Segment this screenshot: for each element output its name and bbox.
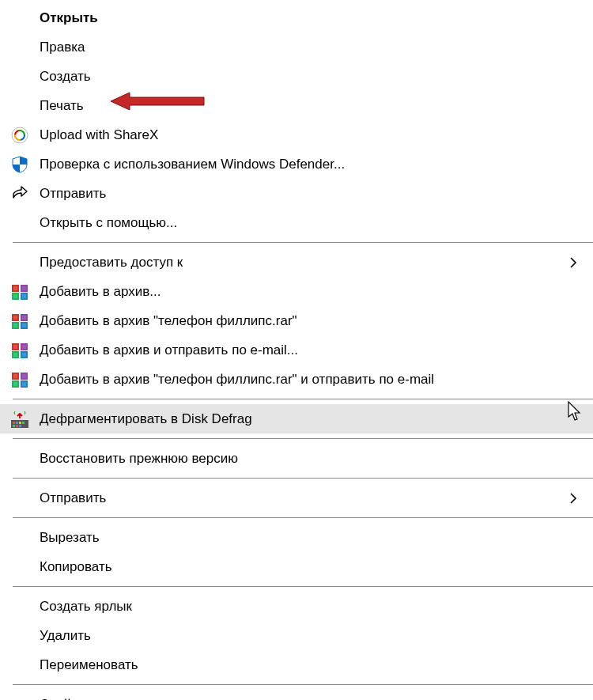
winrar-icon: [11, 312, 28, 330]
svg-rect-30: [22, 374, 26, 378]
svg-rect-6: [22, 286, 26, 290]
menu-item-label: Отправить: [40, 186, 580, 202]
svg-rect-15: [13, 324, 17, 327]
svg-rect-22: [22, 345, 26, 349]
svg-rect-29: [13, 374, 17, 378]
menu-item-share[interactable]: Отправить: [0, 179, 593, 208]
menu-separator: [13, 684, 593, 685]
menu-item-label: Свойства: [40, 697, 580, 701]
svg-rect-37: [22, 422, 25, 424]
menu-item-label: Проверка с использованием Windows Defend…: [40, 157, 580, 172]
menu-separator: [13, 399, 593, 399]
menu-item-label: Восстановить прежнюю версию: [40, 451, 580, 467]
svg-rect-23: [13, 353, 17, 357]
menu-separator: [13, 242, 593, 243]
menu-item-label: Удалить: [40, 628, 580, 644]
svg-rect-13: [13, 316, 17, 320]
menu-item-restore-version[interactable]: Восстановить прежнюю версию: [0, 444, 593, 473]
mouse-cursor-icon: [568, 401, 582, 426]
menu-item-label: Дефрагментировать в Disk Defrag: [40, 411, 580, 427]
menu-item-label: Правка: [40, 40, 580, 55]
menu-item-create[interactable]: Создать: [0, 62, 593, 91]
menu-item-sharex[interactable]: Upload with ShareX: [0, 120, 593, 149]
svg-rect-39: [16, 425, 18, 427]
winrar-icon: [11, 283, 28, 301]
menu-item-label: Открыть: [40, 10, 580, 26]
menu-item-delete[interactable]: Удалить: [0, 621, 593, 650]
menu-separator: [13, 478, 593, 479]
menu-item-grant-access[interactable]: Предоставить доступ к: [0, 248, 593, 277]
context-menu: Открыть Правка Создать Печать Upload wit…: [0, 0, 593, 700]
svg-rect-38: [13, 425, 15, 427]
menu-item-copy[interactable]: Копировать: [0, 552, 593, 581]
sharex-icon: [11, 127, 28, 144]
svg-rect-16: [22, 324, 26, 327]
menu-item-open-with[interactable]: Открыть с помощью...: [0, 208, 593, 237]
menu-separator: [13, 438, 593, 439]
defrag-icon: [11, 411, 28, 428]
menu-item-open[interactable]: Открыть: [0, 3, 593, 32]
menu-item-label: Печать: [40, 98, 580, 114]
svg-rect-8: [22, 294, 26, 298]
menu-item-defrag[interactable]: Дефрагментировать в Disk Defrag: [0, 404, 593, 433]
svg-rect-31: [13, 382, 17, 386]
submenu-arrow-icon: [569, 492, 577, 505]
menu-item-edit[interactable]: Правка: [0, 32, 593, 62]
menu-item-properties[interactable]: Свойства: [0, 690, 593, 700]
menu-item-add-archive-named-email[interactable]: Добавить в архив "телефон филлипс.rar" и…: [0, 365, 593, 394]
winrar-icon: [11, 371, 28, 388]
menu-item-cut[interactable]: Вырезать: [0, 523, 593, 552]
menu-item-shortcut[interactable]: Создать ярлык: [0, 592, 593, 621]
share-icon: [11, 185, 28, 202]
menu-separator: [13, 586, 593, 587]
menu-item-label: Вырезать: [40, 530, 580, 546]
svg-rect-24: [22, 353, 26, 357]
menu-item-defender[interactable]: Проверка с использованием Windows Defend…: [0, 149, 593, 179]
svg-rect-40: [19, 425, 21, 427]
menu-item-rename[interactable]: Переименовать: [0, 650, 593, 679]
svg-rect-32: [22, 382, 26, 386]
menu-item-add-archive-email[interactable]: Добавить в архив и отправить по e-mail..…: [0, 335, 593, 365]
menu-item-label: Добавить в архив...: [40, 284, 580, 300]
menu-item-label: Создать ярлык: [40, 599, 580, 615]
menu-item-label: Копировать: [40, 559, 580, 575]
svg-rect-21: [13, 345, 17, 349]
menu-item-label: Открыть с помощью...: [40, 215, 580, 231]
svg-rect-36: [19, 422, 21, 424]
menu-item-label: Отправить: [40, 490, 580, 506]
menu-separator: [13, 517, 593, 518]
winrar-icon: [11, 342, 28, 359]
svg-rect-35: [16, 422, 18, 424]
menu-item-send-to[interactable]: Отправить: [0, 483, 593, 513]
menu-item-label: Добавить в архив "телефон филлипс.rar": [40, 313, 580, 329]
submenu-arrow-icon: [569, 256, 577, 269]
menu-item-label: Upload with ShareX: [40, 127, 580, 143]
menu-item-label: Добавить в архив и отправить по e-mail..…: [40, 342, 580, 358]
menu-item-print[interactable]: Печать: [0, 91, 593, 120]
svg-rect-14: [22, 316, 26, 320]
menu-item-label: Переименовать: [40, 657, 580, 673]
menu-item-label: Предоставить доступ к: [40, 255, 580, 271]
defender-icon: [11, 156, 28, 173]
svg-rect-5: [13, 286, 17, 290]
menu-item-label: Добавить в архив "телефон филлипс.rar" и…: [40, 372, 580, 388]
menu-item-label: Создать: [40, 69, 580, 85]
svg-rect-7: [13, 294, 17, 298]
menu-item-add-archive[interactable]: Добавить в архив...: [0, 277, 593, 306]
menu-item-add-archive-named[interactable]: Добавить в архив "телефон филлипс.rar": [0, 306, 593, 335]
svg-rect-34: [13, 422, 15, 424]
